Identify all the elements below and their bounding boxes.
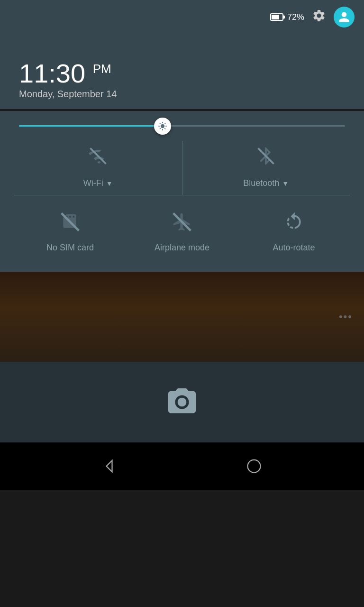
wifi-label-row: Wi-Fi ▼	[83, 178, 113, 188]
bluetooth-label: Bluetooth	[243, 178, 279, 188]
no-sim-label: No SIM card	[46, 243, 94, 253]
more-options-button[interactable]: •••	[339, 311, 353, 323]
status-bar-top: 72%	[0, 0, 364, 28]
auto-rotate-icon	[283, 212, 304, 237]
date-display: Monday, September 14	[19, 89, 364, 100]
time-display: 11:30 PM	[19, 60, 364, 87]
auto-rotate-label: Auto-rotate	[273, 243, 315, 253]
home-button[interactable]	[246, 458, 263, 475]
camera-button[interactable]	[163, 383, 201, 421]
wallpaper-area: •••	[0, 272, 364, 362]
ampm-value: PM	[93, 62, 111, 76]
bluetooth-label-row: Bluetooth ▼	[243, 178, 289, 188]
settings-icon[interactable]	[312, 9, 326, 26]
wifi-chevron: ▼	[106, 180, 113, 187]
toggle-row: Wi-Fi ▼ Bluetooth ▼	[14, 141, 350, 195]
svg-point-5	[248, 460, 261, 473]
no-sim-icon	[60, 212, 81, 237]
no-sim-tile[interactable]: No SIM card	[27, 212, 113, 253]
wifi-label: Wi-Fi	[83, 178, 103, 188]
back-button[interactable]	[101, 458, 118, 475]
camera-bar	[0, 362, 364, 442]
brightness-slider-track[interactable]	[19, 125, 345, 127]
navigation-bar	[0, 442, 364, 490]
brightness-slider-fill	[19, 125, 163, 127]
bluetooth-icon	[255, 146, 276, 171]
airplane-mode-tile[interactable]: Airplane mode	[139, 212, 225, 253]
time-section: 11:30 PM Monday, September 14	[0, 60, 364, 100]
battery-info: 72%	[270, 12, 304, 22]
quick-settings-panel: Wi-Fi ▼ Bluetooth ▼	[0, 111, 364, 272]
airplane-mode-label: Airplane mode	[155, 243, 209, 253]
brightness-thumb[interactable]	[152, 116, 173, 137]
svg-marker-4	[107, 460, 112, 472]
auto-rotate-tile[interactable]: Auto-rotate	[251, 212, 337, 253]
brightness-thumb-inner	[154, 118, 171, 135]
brightness-row	[14, 125, 350, 127]
battery-percent: 72%	[287, 12, 304, 22]
airplane-mode-icon	[172, 212, 192, 237]
time-value: 11:30	[19, 58, 85, 88]
wifi-toggle[interactable]: Wi-Fi ▼	[14, 141, 182, 195]
bluetooth-chevron: ▼	[282, 180, 289, 187]
bluetooth-toggle[interactable]: Bluetooth ▼	[182, 141, 350, 195]
status-bar: 72% 11:30 PM Monday, September 14	[0, 0, 364, 109]
user-avatar[interactable]	[334, 7, 355, 28]
battery-icon	[270, 13, 283, 21]
wifi-icon	[88, 146, 109, 171]
action-row: No SIM card Airplane mode Auto-rotate	[14, 207, 350, 258]
